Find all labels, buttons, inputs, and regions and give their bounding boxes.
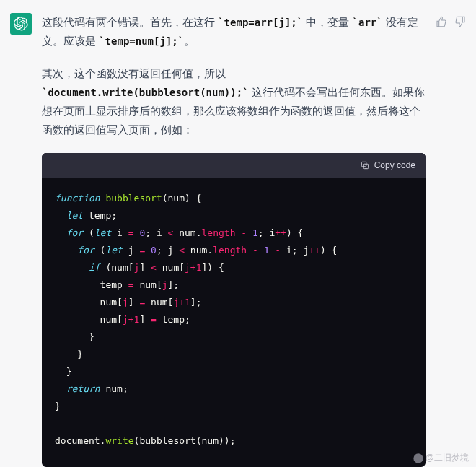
code-block-header: Copy code <box>42 153 426 178</box>
openai-logo-icon <box>14 17 28 31</box>
inline-code: `document.write(bubblesort(num));` <box>42 87 249 98</box>
assistant-content: 这段代码有两个错误。首先，在这行 `temp=arr[j];` 中，变量 `ar… <box>42 13 426 467</box>
code-block: Copy code function bubblesort(num) { let… <box>42 153 426 468</box>
paragraph-2: 其次，这个函数没有返回任何值，所以 `document.write(bubble… <box>42 64 426 140</box>
copy-code-button[interactable]: Copy code <box>360 158 415 173</box>
watermark-text: @二旧梦境 <box>426 452 469 464</box>
code-content: function bubblesort(num) { let temp; for… <box>42 178 426 468</box>
message-actions <box>436 13 466 467</box>
copy-icon <box>360 160 370 170</box>
assistant-avatar <box>10 13 32 35</box>
inline-code: `temp=arr[j];` <box>218 17 303 28</box>
weibo-icon <box>413 453 424 464</box>
inline-code: `temp=num[j];` <box>99 35 184 47</box>
watermark: @二旧梦境 <box>413 452 469 464</box>
assistant-message: 这段代码有两个错误。首先，在这行 `temp=arr[j];` 中，变量 `ar… <box>0 0 476 467</box>
inline-code: `arr` <box>353 17 383 28</box>
svg-point-2 <box>413 453 423 463</box>
thumbs-up-icon[interactable] <box>436 16 447 27</box>
thumbs-down-icon[interactable] <box>454 16 466 27</box>
paragraph-1: 这段代码有两个错误。首先，在这行 `temp=arr[j];` 中，变量 `ar… <box>42 13 426 51</box>
copy-code-label: Copy code <box>374 158 415 173</box>
